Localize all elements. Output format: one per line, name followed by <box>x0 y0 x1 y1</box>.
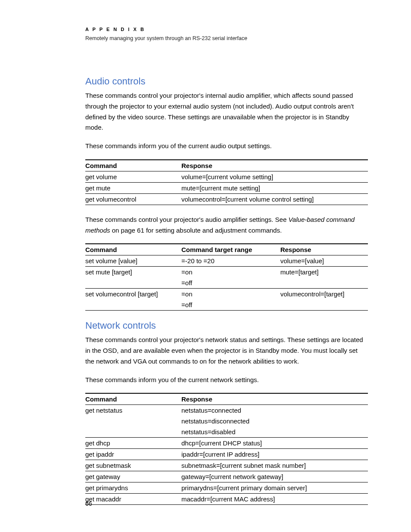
cell-response: volumecontrol=[current volume control se… <box>181 193 368 205</box>
cell-response: netstatus=disconnected <box>181 416 368 426</box>
table-row: set mute [target] =on mute=[target] <box>85 267 368 278</box>
para3-part1: These commands control your projector's … <box>85 216 288 223</box>
cell-target: =on <box>181 267 280 278</box>
cell-command: get dhcp <box>85 438 181 449</box>
table-row: get ipaddr ipaddr=[current IP address] <box>85 449 368 460</box>
table-row: set volume [value] =-20 to =20 volume=[v… <box>85 255 368 267</box>
table3-header-response: Response <box>181 393 368 405</box>
cell-command: get ipaddr <box>85 449 181 460</box>
cell-response: ipaddr=[current IP address] <box>181 449 368 460</box>
table-row: get gateway gateway=[current network gat… <box>85 471 368 482</box>
table-row: netstatus=disabled <box>85 426 368 438</box>
table-row: get subnetmask subnetmask=[current subne… <box>85 460 368 471</box>
audio-para2: These commands inform you of the current… <box>85 141 368 152</box>
cell-command: get volume <box>85 171 181 182</box>
table-row: get netstatus netstatus=connected <box>85 405 368 416</box>
cell-target: =-20 to =20 <box>181 255 280 267</box>
audio-controls-heading: Audio controls <box>85 76 368 87</box>
cell-command: get volumecontrol <box>85 193 181 205</box>
table-row: get mute mute=[current mute setting] <box>85 182 368 193</box>
network-para2: These commands inform you of the current… <box>85 375 368 386</box>
table2-header-command: Command <box>85 244 181 255</box>
cell-response: dhcp=[current DHCP status] <box>181 438 368 449</box>
audio-set-table: Command Command target range Response se… <box>85 243 368 311</box>
cell-response: mute=[target] <box>280 267 368 278</box>
table-row: get volumecontrol volumecontrol=[current… <box>85 193 368 205</box>
audio-para3: These commands control your projector's … <box>85 215 368 236</box>
cell-command: set volume [value] <box>85 255 181 267</box>
audio-get-table: Command Response get volume volume=[curr… <box>85 159 368 205</box>
table-row: netstatus=disconnected <box>85 416 368 426</box>
cell-response: macaddr=[current MAC address] <box>181 494 368 505</box>
cell-command <box>85 277 181 289</box>
audio-para1: These commands control your projector's … <box>85 90 368 133</box>
cell-command: get primarydns <box>85 482 181 494</box>
cell-response: mute=[current mute setting] <box>181 182 368 193</box>
cell-command: get netstatus <box>85 405 181 416</box>
cell-command: set mute [target] <box>85 267 181 278</box>
cell-response: volume=[current volume setting] <box>181 171 368 182</box>
para3-part2: on page 61 for setting absolute and adju… <box>110 227 282 234</box>
cell-response: primarydns=[current primary domain serve… <box>181 482 368 494</box>
cell-command: get subnetmask <box>85 460 181 471</box>
table-row: =off <box>85 277 368 289</box>
cell-response: netstatus=connected <box>181 405 368 416</box>
network-get-table: Command Response get netstatus netstatus… <box>85 393 368 505</box>
cell-command <box>85 426 181 438</box>
cell-command: get mute <box>85 182 181 193</box>
network-controls-heading: Network controls <box>85 320 368 331</box>
table1-header-response: Response <box>181 160 368 171</box>
page-number: 66 <box>85 500 92 507</box>
page: A P P E N D I X B Remotely managing your… <box>0 0 411 532</box>
table2-header-target: Command target range <box>181 244 280 255</box>
appendix-label: A P P E N D I X B <box>85 27 368 32</box>
cell-command <box>85 416 181 426</box>
cell-response <box>280 277 368 289</box>
cell-target: =on <box>181 289 280 300</box>
header-subtitle: Remotely managing your system through an… <box>85 35 368 41</box>
table1-header-command: Command <box>85 160 181 171</box>
cell-response: gateway=[current network gateway] <box>181 471 368 482</box>
cell-response: subnetmask=[current subnet mask number] <box>181 460 368 471</box>
cell-target: =off <box>181 299 280 311</box>
cell-command: get macaddr <box>85 494 181 505</box>
cell-command: set volumecontrol [target] <box>85 289 181 300</box>
cell-response: volume=[value] <box>280 255 368 267</box>
network-para1: These commands control your projector's … <box>85 335 368 367</box>
table-row: set volumecontrol [target] =on volumecon… <box>85 289 368 300</box>
table3-header-command: Command <box>85 393 181 405</box>
cell-response: volumecontrol=[target] <box>280 289 368 300</box>
table-row: =off <box>85 299 368 311</box>
cell-command: get gateway <box>85 471 181 482</box>
cell-command <box>85 299 181 311</box>
table-row: get primarydns primarydns=[current prima… <box>85 482 368 494</box>
table-row: get dhcp dhcp=[current DHCP status] <box>85 438 368 449</box>
table-row: get volume volume=[current volume settin… <box>85 171 368 182</box>
cell-target: =off <box>181 277 280 289</box>
cell-response: netstatus=disabled <box>181 426 368 438</box>
table-row: get macaddr macaddr=[current MAC address… <box>85 494 368 505</box>
cell-response <box>280 299 368 311</box>
table2-header-response: Response <box>280 244 368 255</box>
